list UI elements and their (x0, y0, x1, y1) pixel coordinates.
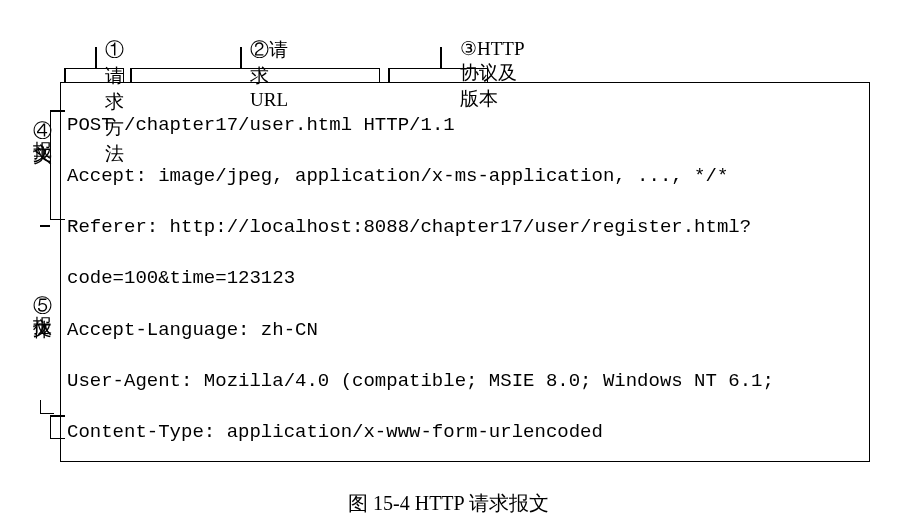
annotation-body: ⑤报文体 (30, 280, 56, 307)
connector-line (95, 47, 97, 68)
bracket-protocol (388, 68, 488, 82)
http-message-box: POST /chapter17/user.html HTTP/1.1 Accep… (60, 82, 870, 462)
protocol-text: HTTP/1.1 (363, 114, 454, 136)
header-row: User-Agent: Mozilla/4.0 (compatible; MSI… (67, 369, 863, 395)
header-row: Accept-Language: zh-CN (67, 318, 863, 344)
method-text: POST (67, 114, 113, 136)
connector-line (440, 47, 442, 68)
header-row: Accept: image/jpeg, application/x-ms-app… (67, 164, 863, 190)
connector-line (40, 400, 54, 414)
request-line: POST /chapter17/user.html HTTP/1.1 (67, 113, 863, 139)
figure-caption: 图 15-4 HTTP 请求报文 (0, 490, 897, 517)
connector-line (40, 225, 50, 227)
bracket-url (130, 68, 380, 82)
header-row: Content-Type: application/x-www-form-url… (67, 420, 863, 446)
header-row: Referer: http://localhost:8088/chapter17… (67, 215, 863, 241)
header-row: code=100&time=123123 (67, 266, 863, 292)
bracket-method (64, 68, 124, 82)
connector-line (240, 47, 242, 68)
url-text: /chapter17/user.html (124, 114, 352, 136)
diagram-container: ①请求方法 ②请求URL ③HTTP协议及版本 ④报文头 ⑤报文体 POST /… (0, 0, 897, 529)
